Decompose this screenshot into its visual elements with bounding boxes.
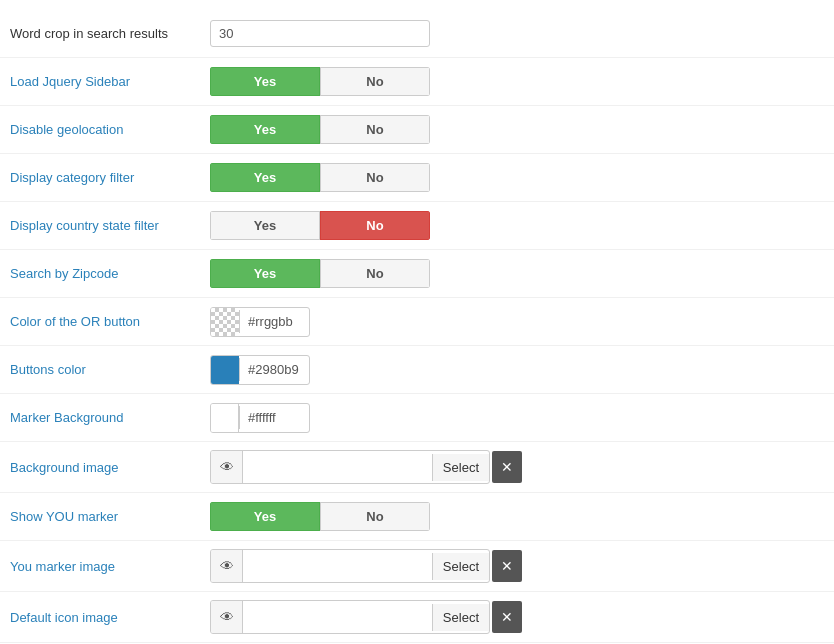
you-marker-image-eye-btn[interactable]: 👁 (211, 550, 243, 582)
label-disable-geo: Disable geolocation (10, 122, 210, 137)
control-marker-bg: #ffffff (210, 403, 824, 433)
you-marker-image-select-btn[interactable]: Select (432, 553, 489, 580)
toggle-disable-geo: Yes No (210, 115, 430, 144)
background-image-eye-btn[interactable]: 👁 (211, 451, 243, 483)
control-display-category: Yes No (210, 163, 824, 192)
default-icon-image-control: 👁 Select (210, 600, 490, 634)
label-default-icon-image: Default icon image (10, 610, 210, 625)
toggle-no-search-zipcode[interactable]: No (320, 259, 430, 288)
buttons-color-field[interactable]: #2980b9 (210, 355, 310, 385)
row-marker-bg: Marker Background #ffffff (0, 394, 834, 442)
row-search-zipcode: Search by Zipcode Yes No (0, 250, 834, 298)
control-display-country: Yes No (210, 211, 824, 240)
label-or-button-color: Color of the OR button (10, 314, 210, 329)
control-load-jquery: Yes No (210, 67, 824, 96)
toggle-search-zipcode: Yes No (210, 259, 430, 288)
label-load-jquery: Load Jquery Sidebar (10, 74, 210, 89)
row-you-marker-image: You marker image 👁 Select ✕ (0, 541, 834, 592)
control-background-image: 👁 Select ✕ (210, 450, 824, 484)
eye-icon: 👁 (220, 459, 234, 475)
toggle-no-show-you-marker[interactable]: No (320, 502, 430, 531)
control-you-marker-image: 👁 Select ✕ (210, 549, 824, 583)
row-display-country: Display country state filter Yes No (0, 202, 834, 250)
label-buttons-color: Buttons color (10, 362, 210, 377)
toggle-yes-search-zipcode[interactable]: Yes (210, 259, 320, 288)
row-default-icon-image: Default icon image 👁 Select ✕ (0, 592, 834, 643)
buttons-color-value: #2980b9 (239, 358, 309, 381)
row-show-you-marker: Show YOU marker Yes No (0, 493, 834, 541)
background-image-input[interactable] (243, 460, 432, 475)
marker-bg-value: #ffffff (239, 406, 309, 429)
you-marker-image-clear-btn[interactable]: ✕ (492, 550, 522, 582)
toggle-show-you-marker: Yes No (210, 502, 430, 531)
toggle-display-country: Yes No (210, 211, 430, 240)
word-crop-input[interactable] (210, 20, 430, 47)
label-display-country: Display country state filter (10, 218, 210, 233)
toggle-yes-load-jquery[interactable]: Yes (210, 67, 320, 96)
background-image-select-btn[interactable]: Select (432, 454, 489, 481)
label-show-you-marker: Show YOU marker (10, 509, 210, 524)
control-or-button-color: #rrggbb (210, 307, 824, 337)
row-buttons-color: Buttons color #2980b9 (0, 346, 834, 394)
marker-bg-swatch[interactable] (211, 404, 239, 432)
control-show-you-marker: Yes No (210, 502, 824, 531)
label-you-marker-image: You marker image (10, 559, 210, 574)
settings-table: Word crop in search results Load Jquery … (0, 0, 834, 644)
toggle-display-category: Yes No (210, 163, 430, 192)
row-disable-geo: Disable geolocation Yes No (0, 106, 834, 154)
you-marker-image-input[interactable] (243, 559, 432, 574)
control-word-crop (210, 20, 824, 47)
control-buttons-color: #2980b9 (210, 355, 824, 385)
marker-bg-field[interactable]: #ffffff (210, 403, 310, 433)
toggle-no-disable-geo[interactable]: No (320, 115, 430, 144)
row-load-jquery: Load Jquery Sidebar Yes No (0, 58, 834, 106)
row-or-button-color: Color of the OR button #rrggbb (0, 298, 834, 346)
default-icon-image-eye-btn[interactable]: 👁 (211, 601, 243, 633)
label-word-crop: Word crop in search results (10, 26, 210, 41)
label-marker-bg: Marker Background (10, 410, 210, 425)
control-disable-geo: Yes No (210, 115, 824, 144)
eye-icon-you-marker: 👁 (220, 558, 234, 574)
toggle-no-load-jquery[interactable]: No (320, 67, 430, 96)
buttons-color-swatch[interactable] (211, 356, 239, 384)
label-display-category: Display category filter (10, 170, 210, 185)
toggle-no-display-country[interactable]: No (320, 211, 430, 240)
control-search-zipcode: Yes No (210, 259, 824, 288)
or-button-color-field[interactable]: #rrggbb (210, 307, 310, 337)
toggle-yes-show-you-marker[interactable]: Yes (210, 502, 320, 531)
row-display-category: Display category filter Yes No (0, 154, 834, 202)
background-image-control: 👁 Select (210, 450, 490, 484)
default-icon-image-input[interactable] (243, 610, 432, 625)
or-button-color-value: #rrggbb (239, 310, 309, 333)
default-icon-image-select-btn[interactable]: Select (432, 604, 489, 631)
label-background-image: Background image (10, 460, 210, 475)
control-default-icon-image: 👁 Select ✕ (210, 600, 824, 634)
eye-icon-default: 👁 (220, 609, 234, 625)
or-button-color-swatch[interactable] (211, 308, 239, 336)
toggle-yes-display-category[interactable]: Yes (210, 163, 320, 192)
row-background-image: Background image 👁 Select ✕ (0, 442, 834, 493)
background-image-clear-btn[interactable]: ✕ (492, 451, 522, 483)
toggle-yes-display-country[interactable]: Yes (210, 211, 320, 240)
toggle-no-display-category[interactable]: No (320, 163, 430, 192)
you-marker-image-control: 👁 Select (210, 549, 490, 583)
default-icon-image-clear-btn[interactable]: ✕ (492, 601, 522, 633)
row-word-crop: Word crop in search results (0, 10, 834, 58)
toggle-load-jquery: Yes No (210, 67, 430, 96)
toggle-yes-disable-geo[interactable]: Yes (210, 115, 320, 144)
label-search-zipcode: Search by Zipcode (10, 266, 210, 281)
